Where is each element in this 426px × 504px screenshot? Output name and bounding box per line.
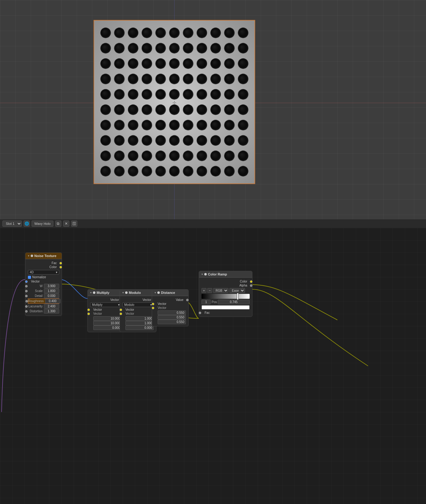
distortion-value[interactable]: 1.300 [44,309,59,314]
scale-input-socket[interactable] [25,290,28,292]
globe-icon-button[interactable]: 🌐 [24,221,30,227]
distance-vector-label: Vector [158,302,166,306]
modulo-x-value[interactable]: 1.000 [125,316,154,321]
color-output-socket[interactable] [59,266,62,268]
color-ramp-alpha-socket[interactable] [250,284,252,287]
mode-value: 4D [30,271,34,274]
detail-input-socket[interactable] [25,295,28,297]
distance-vector2-input-row: Vector [155,306,186,310]
material-name-display: Wavy Holo [32,221,53,227]
close-icon-button[interactable]: ✕ [63,221,69,227]
modulo-vector2-label: Vector [125,312,134,315]
normalize-checkbox[interactable] [28,276,31,279]
multiply-x-value[interactable]: 10.000 [93,316,121,321]
noise-texture-title: Noise Texture [34,254,56,258]
fac-input-socket[interactable] [199,312,201,314]
color-ramp-type-select[interactable]: RGB [213,288,228,293]
modulo-node: ▾ Modulo Vector Modulo ▾ Vector Vector [120,289,156,332]
distance-collapse-arrow[interactable]: ▾ [155,291,156,294]
distance-x-value[interactable]: 0.550 [158,310,186,315]
fac-output-row: Fac [28,261,59,265]
vector-input-row: Vector [28,279,59,283]
noise-texture-node: ▾ Noise Texture Fac Color 4D ▾ Normali [25,252,62,316]
multiply-title: Multiply [97,291,109,294]
mode-dropdown[interactable]: 4D ▾ [28,270,59,275]
distortion-label: Distortion [28,310,44,313]
color-ramp-interpolation-select[interactable]: Ease [229,288,245,293]
scale-field-row: Scale 1.800 [28,289,59,293]
detail-field-row: Detail 0.000 [28,294,59,298]
color-ramp-gradient-bar[interactable] [201,294,250,299]
multiply-vector-label: Vector [93,308,102,311]
link-icon-button[interactable]: ⚿ [71,221,77,227]
distance-node: ▾ Distance Value Vector Vector 0.550 0.5… [152,289,189,326]
multiply-vector2-socket[interactable] [87,313,90,315]
distance-node-header: ▾ Distance [152,290,188,296]
noise-texture-header-dot [31,255,33,257]
scale-value[interactable]: 1.800 [44,289,59,293]
mode-dropdown-arrow: ▾ [56,271,57,274]
roughness-value[interactable]: 0.400 [45,299,60,303]
color-ramp-collapse-arrow[interactable]: ▾ [201,273,203,276]
copy-icon-button[interactable]: ⧉ [55,221,61,227]
w-value[interactable]: 3.900 [44,284,59,288]
modulo-operation-dropdown[interactable]: Modulo ▾ [122,302,154,307]
color-ramp-color-socket[interactable] [250,280,252,283]
lacunarity-input-socket[interactable] [25,305,28,308]
roughness-field-row: Roughness 0.400 [28,298,59,304]
scale-label: Scale [28,289,44,293]
multiply-y-value[interactable]: 10.000 [93,321,121,325]
node-collapse-arrow[interactable]: ▾ [28,254,29,257]
color-ramp-add-button[interactable]: + [201,288,206,293]
lacunarity-label: Lacunarity [28,305,44,308]
modulo-vector2-socket[interactable] [120,313,122,315]
color-output-label: Color [49,265,57,269]
distance-output-socket[interactable] [186,299,189,301]
multiply-vector-output-row: Vector [90,298,121,302]
color-swatch-bar [201,305,250,310]
distance-z-value[interactable]: 0.550 [158,320,186,324]
w-field-row: W 3.900 [28,284,59,288]
color-ramp-alpha-output-row: Alpha [201,283,250,287]
multiply-operation-dropdown[interactable]: Multiply ▾ [90,302,121,307]
distance-value-output-row: Value [155,298,186,302]
modulo-z-value[interactable]: 0.000 [125,325,154,330]
w-input-socket[interactable] [25,285,28,287]
color-output-row: Color [28,265,59,269]
distance-title: Distance [161,291,175,294]
modulo-dropdown-value: Modulo [124,303,134,306]
distance-value-output-label: Value [176,298,183,302]
material-name-text: Wavy Holo [34,222,51,225]
color-ramp-node-header: ▾ Color Ramp [199,271,252,278]
fac-input-label: Fac [205,311,210,314]
modulo-vector-output-row: Vector [122,298,154,302]
position-label: Pos [212,300,217,304]
lacunarity-value[interactable]: 2.400 [44,304,59,309]
modulo-collapse-arrow[interactable]: ▾ [122,291,124,294]
multiply-z-value[interactable]: 0.000 [93,325,121,330]
roughness-input-socket[interactable] [25,300,28,302]
vector-input-socket[interactable] [25,280,28,283]
modulo-vector-socket[interactable] [120,309,122,311]
position-value-field[interactable]: 0.745 [218,300,250,304]
noise-texture-body: Fac Color 4D ▾ Normalize Vector [25,259,62,316]
normalize-label: Normalize [32,275,46,279]
color-ramp-remove-button[interactable]: − [207,288,212,293]
distance-y-value[interactable]: 0.550 [158,315,186,320]
copy-icon: ⧉ [57,221,59,226]
color-ramp-node: ▾ Color Ramp Color Alpha + − RGB [199,271,252,317]
distance-vector-socket[interactable] [152,303,154,305]
color-ramp-controls: + − RGB Ease [201,288,250,293]
fac-output-socket[interactable] [59,262,62,264]
color-ramp-marker[interactable] [237,293,239,300]
modulo-y-value[interactable]: 1.000 [125,321,154,325]
position-index-field[interactable]: 1 [201,300,211,304]
distance-vector2-socket[interactable] [152,307,154,309]
node-wires-svg [0,228,426,504]
color-ramp-color-output-row: Color [201,279,250,283]
distortion-input-socket[interactable] [25,310,28,313]
detail-value[interactable]: 0.000 [44,294,59,298]
slot-select[interactable]: Slot 1 [2,221,22,227]
multiply-vector-socket[interactable] [87,309,90,311]
multiply-collapse-arrow[interactable]: ▾ [90,291,92,294]
